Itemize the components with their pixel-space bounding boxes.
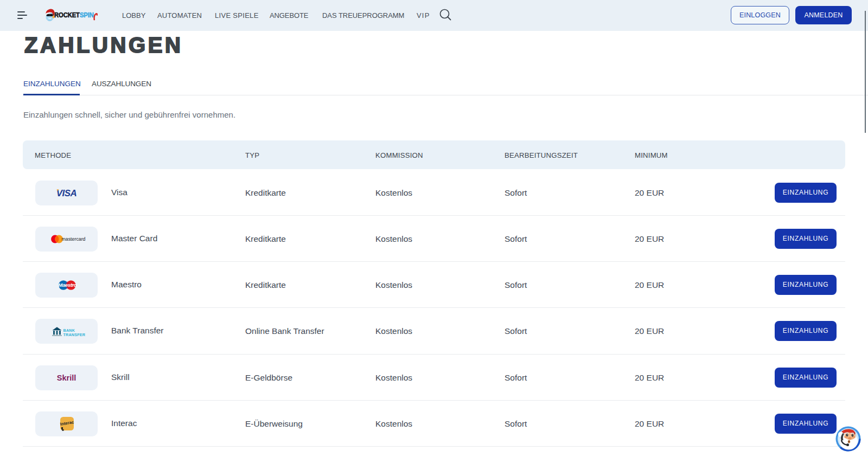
svg-text:VISA: VISA (56, 188, 77, 198)
svg-text:Maestro: Maestro (58, 282, 77, 288)
svg-text:mastercard: mastercard (62, 236, 86, 242)
svg-text:Skrill: Skrill (57, 374, 76, 382)
svg-text:TRANSFER: TRANSFER (63, 332, 86, 337)
